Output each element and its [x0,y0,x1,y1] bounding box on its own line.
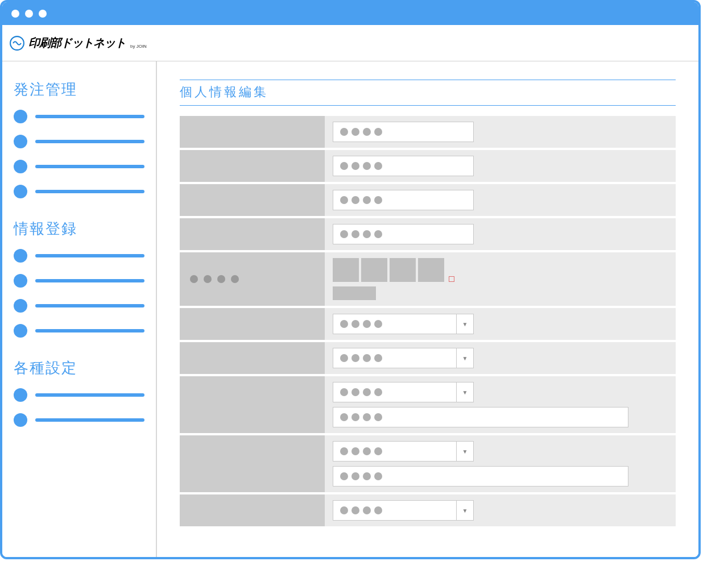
text-input[interactable] [333,156,474,176]
form-row [180,252,676,306]
upload-thumbnail[interactable] [418,258,444,282]
chrome-dot [25,10,33,18]
placeholder-dot [351,506,359,514]
chevron-down-icon: ▼ [456,383,473,402]
select-input[interactable]: ▼ [333,314,474,334]
form-row: ▼ [180,342,676,374]
nav-item-placeholder [35,165,144,168]
form-input-cell: ▼ [325,308,676,340]
upload-thumbnail[interactable] [390,258,416,282]
sidebar: 発注管理情報登録各種設定 [2,61,157,557]
nav-item[interactable] [14,160,144,173]
text-input[interactable] [333,466,628,487]
form-row: ▼ [180,376,676,433]
placeholder-dot [340,388,348,396]
placeholder-dot [340,196,348,204]
text-input[interactable] [333,190,474,210]
nav-heading: 各種設定 [14,358,144,378]
text-input[interactable] [333,122,474,142]
form-input-cell [325,184,676,216]
nav-item-placeholder [35,418,144,422]
nav-bullet-icon [14,135,27,148]
nav-item[interactable] [14,299,144,313]
placeholder-dot [363,162,371,170]
upload-thumbnail[interactable] [333,258,359,282]
text-input[interactable] [333,224,474,244]
nav-item[interactable] [14,135,144,148]
placeholder-dot [363,447,371,455]
placeholder-dot [340,413,348,421]
nav-section: 各種設定 [14,358,144,427]
chevron-down-icon: ▼ [456,348,473,368]
form-label-cell [180,150,325,182]
select-input[interactable]: ▼ [333,500,474,521]
nav-item-placeholder [35,304,144,307]
nav-bullet-icon [14,249,27,263]
placeholder-dot [363,230,371,238]
form-label-cell [180,184,325,216]
form-row [180,184,676,216]
form-input-cell [325,116,676,148]
nav-item[interactable] [14,324,144,338]
nav-section: 情報登録 [14,219,144,338]
placeholder-dot [340,128,348,136]
placeholder-dot [374,472,382,480]
nav-item-placeholder [35,254,144,257]
placeholder-dot [340,506,348,514]
placeholder-dot [374,388,382,396]
chevron-down-icon: ▼ [456,442,473,461]
nav-bullet-icon [14,299,27,313]
select-input[interactable]: ▼ [333,382,474,402]
placeholder-dot [363,472,371,480]
text-input[interactable] [333,407,628,427]
logo[interactable]: 印刷部ドットネット by JOIN [9,35,147,51]
placeholder-dot [374,506,382,514]
form-input-cell: ▼ [325,435,676,492]
placeholder-dot [351,162,359,170]
select-input[interactable]: ▼ [333,441,474,462]
placeholder-dot [374,128,382,136]
nav-bullet-icon [14,110,27,123]
nav-item[interactable] [14,274,144,288]
placeholder-dot [363,413,371,421]
logo-text: 印刷部ドットネット [28,35,126,51]
form-row [180,116,676,148]
form-input-cell [325,150,676,182]
select-input[interactable]: ▼ [333,348,474,368]
placeholder-dot [340,320,348,328]
placeholder-dot [351,447,359,455]
nav-item[interactable] [14,185,144,198]
page-title: 個人情報編集 [180,80,676,106]
form-label-cell [180,252,325,306]
placeholder-dot [363,354,371,362]
upload-button[interactable] [333,286,376,300]
placeholder-dot [374,162,382,170]
placeholder-dot [363,128,371,136]
nav-bullet-icon [14,324,27,338]
form-row: ▼ [180,435,676,492]
nav-section: 発注管理 [14,80,144,198]
app-header: 印刷部ドットネット by JOIN [2,25,698,61]
placeholder-dot [374,447,382,455]
nav-item[interactable] [14,388,144,402]
form-row: ▼ [180,308,676,340]
placeholder-dot [204,275,212,283]
nav-bullet-icon [14,388,27,402]
placeholder-dot [340,447,348,455]
nav-item[interactable] [14,413,144,427]
placeholder-dot [363,388,371,396]
nav-item-placeholder [35,393,144,397]
placeholder-dot [217,275,225,283]
form-input-cell [325,218,676,250]
placeholder-dot [351,413,359,421]
placeholder-dot [363,506,371,514]
form-label-cell [180,218,325,250]
nav-item[interactable] [14,110,144,123]
placeholder-dot [351,388,359,396]
nav-item[interactable] [14,249,144,263]
placeholder-dot [374,320,382,328]
form-label-cell [180,116,325,148]
nav-item-placeholder [35,190,144,193]
upload-thumbnail[interactable] [361,258,387,282]
placeholder-dot [340,162,348,170]
